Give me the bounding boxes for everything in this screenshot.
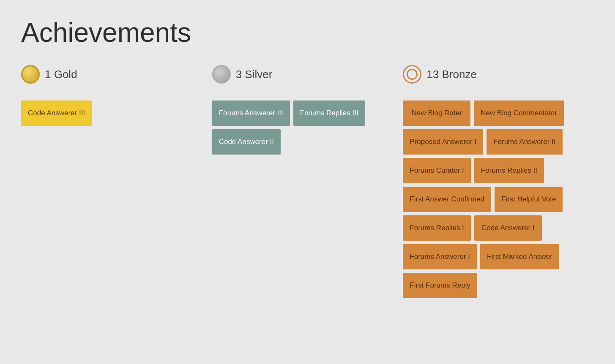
gold-medal-icon <box>21 65 40 84</box>
badge-first-marked-answer[interactable]: First Marked Answer <box>480 244 559 269</box>
badge-forums-replies-iii[interactable]: Forums Replies III <box>293 101 365 126</box>
badge-forums-answerer-ii[interactable]: Forums Answerer II <box>487 129 562 155</box>
badge-forums-curator-i[interactable]: Forums Curator I <box>403 158 470 183</box>
bronze-column: New Blog Rater New Blog Commentator Prop… <box>403 101 594 298</box>
badge-first-answer-confirmed[interactable]: First Answer Confirmed <box>403 187 491 212</box>
badge-code-answerer-i[interactable]: Code Answerer I <box>474 215 542 241</box>
page-title: Achievements <box>21 17 594 48</box>
badge-forums-replies-i[interactable]: Forums Replies I <box>403 215 470 241</box>
badge-new-blog-commentator[interactable]: New Blog Commentator <box>474 101 563 126</box>
badge-new-blog-rater[interactable]: New Blog Rater <box>403 101 470 126</box>
badge-code-answerer-ii[interactable]: Code Answerer II <box>212 129 281 155</box>
silver-medal-group: 3 Silver <box>212 65 403 84</box>
bronze-medal-group: 13 Bronze <box>403 65 594 84</box>
gold-badge-grid: Code Answerer III <box>21 101 204 126</box>
bronze-medal-icon <box>403 65 421 84</box>
medals-row: 1 Gold 3 Silver 13 Bronze <box>21 65 594 84</box>
gold-medal-label: 1 Gold <box>45 68 77 81</box>
silver-column: Forums Answerer III Forums Replies III C… <box>212 101 403 298</box>
badge-code-answerer-iii[interactable]: Code Answerer III <box>21 101 92 126</box>
silver-medal-label: 3 Silver <box>236 68 273 81</box>
gold-column: Code Answerer III <box>21 101 212 298</box>
badge-forums-answerer-i[interactable]: Forums Answerer I <box>403 244 477 269</box>
silver-medal-icon <box>212 65 231 84</box>
badge-first-helpful-vote[interactable]: First Helpful Vote <box>495 187 563 212</box>
achievements-grid: Code Answerer III Forums Answerer III Fo… <box>21 101 594 298</box>
gold-medal-group: 1 Gold <box>21 65 212 84</box>
bronze-medal-label: 13 Bronze <box>426 68 477 81</box>
badge-forums-answerer-iii[interactable]: Forums Answerer III <box>212 101 290 126</box>
badge-first-forums-reply[interactable]: First Forums Reply <box>403 273 477 298</box>
badge-forums-replies-ii[interactable]: Forums Replies II <box>474 158 544 183</box>
badge-proposed-answerer-i[interactable]: Proposed Answerer I <box>403 129 483 155</box>
bronze-badge-grid: New Blog Rater New Blog Commentator Prop… <box>403 101 585 298</box>
silver-badge-grid: Forums Answerer III Forums Replies III C… <box>212 101 395 155</box>
